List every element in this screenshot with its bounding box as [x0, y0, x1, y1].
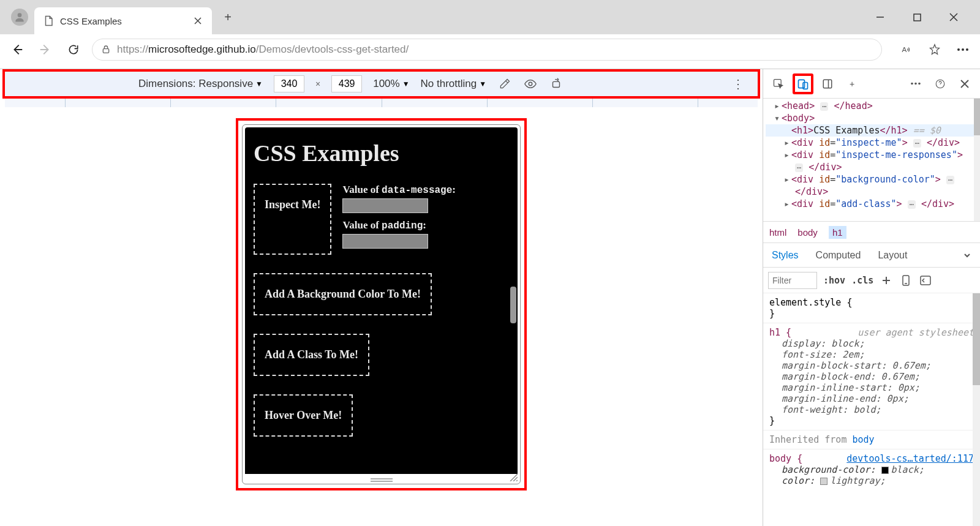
tab-styles[interactable]: Styles: [772, 250, 799, 261]
cls-button[interactable]: .cls: [851, 275, 873, 286]
svg-rect-13: [823, 80, 832, 88]
dimensions-dropdown[interactable]: Dimensions: Responsive ▼: [138, 78, 263, 90]
tab-close-button[interactable]: [192, 15, 203, 26]
device-toolbar: Dimensions: Responsive ▼ × 100% ▼ No thr…: [2, 69, 760, 99]
page-icon: [43, 15, 54, 26]
visibility-icon[interactable]: [523, 77, 538, 91]
svg-point-5: [957, 48, 960, 51]
device-icon[interactable]: [899, 274, 913, 287]
svg-point-16: [914, 83, 917, 85]
width-input[interactable]: [274, 75, 304, 92]
svg-point-17: [918, 83, 921, 85]
hover-box[interactable]: Hover Over Me!: [254, 394, 353, 437]
site-info-icon[interactable]: [101, 44, 111, 55]
url-text: https://microsoftedge.github.io/Demos/de…: [117, 43, 409, 56]
chevron-down-icon[interactable]: [963, 251, 971, 260]
read-aloud-button[interactable]: A: [897, 40, 916, 59]
emulated-viewport: CSS Examples Inspect Me! Value of data-m…: [242, 124, 521, 484]
help-button[interactable]: [930, 73, 951, 94]
data-message-input[interactable]: [342, 198, 428, 213]
svg-point-7: [966, 48, 968, 51]
elements-scrollbar[interactable]: [974, 99, 980, 221]
svg-rect-9: [553, 81, 560, 87]
tab-computed[interactable]: Computed: [816, 250, 861, 261]
viewport-highlight: CSS Examples Inspect Me! Value of data-m…: [236, 118, 527, 490]
new-style-rule-button[interactable]: [880, 274, 893, 287]
color-swatch-black[interactable]: [881, 467, 889, 474]
svg-point-6: [962, 48, 964, 51]
close-devtools-button[interactable]: [954, 73, 975, 94]
inspect-element-button[interactable]: [768, 73, 789, 94]
devtools-toolbar: +: [763, 69, 980, 99]
minimize-button[interactable]: [871, 8, 889, 26]
page-title: CSS Examples: [254, 140, 509, 167]
source-link[interactable]: devtools-cs…tarted/:117: [846, 453, 974, 464]
refresh-button[interactable]: [64, 40, 83, 59]
toggle-device-toolbar-button[interactable]: [793, 73, 813, 94]
page-viewport-pane: Dimensions: Responsive ▼ × 100% ▼ No thr…: [0, 69, 763, 526]
forward-button[interactable]: [36, 40, 55, 59]
styles-filter-row: :hov .cls: [763, 268, 980, 293]
dimension-separator: ×: [315, 79, 320, 89]
styles-filter-input[interactable]: [768, 272, 817, 289]
resize-handle-bottom[interactable]: [243, 476, 520, 484]
svg-rect-2: [914, 14, 921, 21]
breadcrumb-html[interactable]: html: [769, 227, 786, 238]
styles-pane[interactable]: element.style { } h1 {user agent stylesh…: [763, 293, 980, 526]
browser-titlebar: CSS Examples +: [0, 0, 980, 34]
settings-more-button[interactable]: [953, 40, 973, 59]
page-content: CSS Examples Inspect Me! Value of data-m…: [245, 127, 518, 474]
tab-layout[interactable]: Layout: [878, 250, 907, 261]
browser-nav-bar: https://microsoftedge.github.io/Demos/de…: [0, 34, 980, 65]
bg-color-box[interactable]: Add A Background Color To Me!: [254, 273, 432, 315]
viewport-scrollbar[interactable]: [510, 287, 516, 323]
caret-down-icon: ▼: [255, 80, 263, 88]
devtools-panel: + ▸<head> ⋯ </head> ▾<body> <h1>CSS Exam…: [763, 69, 980, 526]
add-class-box[interactable]: Add A Class To Me!: [254, 334, 369, 376]
color-swatch-lightgray[interactable]: [820, 478, 827, 485]
zoom-dropdown[interactable]: 100% ▼: [373, 78, 409, 90]
device-toolbar-more-icon[interactable]: ⋮: [731, 77, 745, 91]
svg-text:A: A: [902, 45, 907, 53]
inspect-me-box[interactable]: Inspect Me!: [254, 184, 331, 255]
rotate-icon[interactable]: [549, 77, 564, 91]
styles-tabs: Styles Computed Layout: [763, 243, 980, 268]
maximize-button[interactable]: [908, 8, 926, 26]
resize-handle-corner[interactable]: [509, 473, 518, 481]
height-input[interactable]: [331, 75, 362, 92]
hov-button[interactable]: :hov: [823, 275, 845, 286]
devtools-more-button[interactable]: [905, 73, 926, 94]
svg-point-8: [529, 82, 532, 86]
caret-down-icon: ▼: [479, 80, 486, 88]
elements-tree[interactable]: ▸<head> ⋯ </head> ▾<body> <h1>CSS Exampl…: [763, 99, 980, 221]
dock-side-button[interactable]: [817, 73, 838, 94]
profile-avatar[interactable]: [11, 9, 28, 26]
main-area: Dimensions: Responsive ▼ × 100% ▼ No thr…: [0, 69, 980, 526]
ruler: [5, 99, 758, 107]
browser-tab[interactable]: CSS Examples: [34, 7, 212, 34]
selected-element: <h1>CSS Examples</h1> == $0: [766, 124, 978, 137]
new-tab-devtools-button[interactable]: +: [842, 73, 862, 94]
window-controls: [871, 8, 975, 26]
padding-input[interactable]: [342, 234, 428, 249]
svg-point-15: [911, 83, 913, 85]
breadcrumb-body[interactable]: body: [797, 227, 818, 238]
svg-point-0: [18, 13, 22, 17]
breadcrumb-h1[interactable]: h1: [829, 226, 846, 239]
throttling-dropdown[interactable]: No throttling ▼: [421, 78, 487, 90]
svg-rect-3: [103, 49, 108, 53]
styles-scrollbar[interactable]: [973, 293, 980, 526]
value-block: Value of data-message: Value of padding:: [342, 184, 456, 255]
close-window-button[interactable]: [944, 8, 963, 26]
tab-title: CSS Examples: [60, 16, 186, 26]
eyedropper-icon[interactable]: [497, 77, 512, 91]
toggle-pane-icon[interactable]: [919, 274, 932, 287]
dom-breadcrumb: html body h1: [763, 221, 980, 243]
favorites-button[interactable]: [925, 40, 944, 59]
new-tab-button[interactable]: +: [218, 7, 238, 27]
caret-down-icon: ▼: [402, 80, 410, 88]
address-bar[interactable]: https://microsoftedge.github.io/Demos/de…: [92, 39, 882, 61]
svg-rect-11: [799, 80, 805, 88]
back-button[interactable]: [7, 40, 27, 59]
